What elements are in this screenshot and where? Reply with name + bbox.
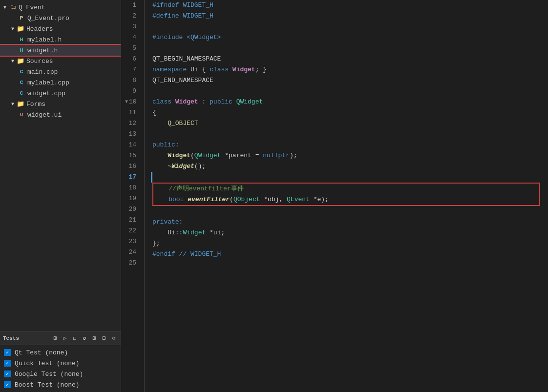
code-token: Widget xyxy=(175,97,198,107)
tree-item-widget-h[interactable]: H widget.h xyxy=(0,45,121,56)
test-label: Boost Test (none) xyxy=(15,381,80,389)
highlight-box: //声明eventfilter事件 bool eventFilter(QObje… xyxy=(152,183,540,206)
code-token: bool xyxy=(169,194,188,205)
code-token: Widget xyxy=(183,227,206,238)
code-line-12: Q_OBJECT xyxy=(152,118,540,129)
ui-file-icon: U xyxy=(18,111,25,119)
code-token: ( xyxy=(190,150,194,161)
ln-14: 14 xyxy=(125,140,140,150)
code-area: 1 2 3 4 5 6 7 8 9 ▼10 11 12 13 14 15 16 … xyxy=(121,0,548,392)
ln-6: 6 xyxy=(125,54,140,64)
code-token: QWidget xyxy=(236,97,263,107)
stop-icon[interactable]: ◻ xyxy=(71,334,79,342)
code-token: nullptr xyxy=(263,150,290,161)
folder-icon: 📁 xyxy=(17,57,24,65)
left-panel: ▼ 🗂 Q_Event P Q_Event.pro ▼ 📁 Headers H … xyxy=(0,0,121,392)
tree-item-root[interactable]: ▼ 🗂 Q_Event xyxy=(0,2,121,13)
code-token: *parent = xyxy=(221,150,263,161)
code-token: #define WIDGET_H xyxy=(152,11,213,21)
code-line-11: { xyxy=(152,107,540,118)
code-line-19: bool eventFilter(QObject *obj, QEvent *e… xyxy=(153,194,539,205)
ln-4: 4 xyxy=(125,32,140,43)
tree-item-forms-folder[interactable]: ▼ 📁 Forms xyxy=(0,99,121,109)
code-token: public xyxy=(210,97,236,107)
tree-item-mylabel-cpp[interactable]: C mylabel.cpp xyxy=(0,77,121,88)
reset-icon[interactable]: ↺ xyxy=(81,334,88,342)
pro-icon: P xyxy=(18,14,25,22)
tree-item-pro[interactable]: P Q_Event.pro xyxy=(0,13,121,23)
ln-3: 3 xyxy=(125,21,140,32)
ln-24: 24 xyxy=(125,247,140,258)
code-token: { xyxy=(152,107,156,118)
code-token: : xyxy=(198,97,210,107)
code-token: QT_BEGIN_NAMESPACE xyxy=(152,54,221,64)
code-token: Widget xyxy=(232,64,255,75)
code-token: *e); xyxy=(310,194,329,205)
test-item-google[interactable]: Google Test (none) xyxy=(0,369,121,379)
tree-label: widget.ui xyxy=(27,111,62,119)
code-token: : xyxy=(179,217,183,227)
ln-13: 13 xyxy=(125,129,140,140)
code-line-17 xyxy=(151,172,540,183)
code-token: Q_OBJECT xyxy=(168,118,198,129)
code-token: private xyxy=(152,217,179,227)
ln-17: 17 xyxy=(125,172,140,183)
ln-22: 22 xyxy=(125,226,140,236)
code-line-8: QT_END_NAMESPACE xyxy=(152,75,540,86)
test-item-quick[interactable]: Quick Test (none) xyxy=(0,358,121,369)
test-item-qt[interactable]: Qt Test (none) xyxy=(0,347,121,358)
code-token: ); xyxy=(290,150,297,161)
code-token: #include <QWidget> xyxy=(152,32,221,43)
code-token xyxy=(152,150,168,161)
h-file-icon: H xyxy=(18,36,25,43)
collapse-icon[interactable]: ⊟ xyxy=(100,334,108,342)
code-line-14: public: xyxy=(152,140,540,150)
cpp-file-icon: C xyxy=(18,79,25,86)
tree-item-sources-folder[interactable]: ▼ 📁 Sources xyxy=(0,56,121,66)
run-icon[interactable]: ▷ xyxy=(61,334,69,342)
code-line-23: }; xyxy=(152,238,540,249)
code-token xyxy=(152,118,168,129)
tree-item-widget-cpp[interactable]: C widget.cpp xyxy=(0,88,121,99)
project-icon: 🗂 xyxy=(9,3,17,11)
code-line-3 xyxy=(152,21,540,32)
code-token: }; xyxy=(152,238,160,249)
ln-12: 12 xyxy=(125,118,140,129)
code-token: (); xyxy=(194,161,206,172)
ln-18: 18 xyxy=(125,183,140,193)
code-panel: 1 2 3 4 5 6 7 8 9 ▼10 11 12 13 14 15 16 … xyxy=(121,0,548,392)
code-token: *obj, xyxy=(260,194,287,205)
code-line-5 xyxy=(152,43,540,54)
tree-label: mylabel.h xyxy=(27,36,62,43)
code-line-25 xyxy=(152,260,540,270)
code-token: { xyxy=(202,64,210,75)
expand-icon[interactable]: ⊞ xyxy=(90,334,98,342)
ln-25: 25 xyxy=(125,258,140,268)
settings-icon[interactable]: ⚙ xyxy=(110,334,118,342)
tree-label: Sources xyxy=(26,58,53,65)
tree-item-main-cpp[interactable]: C main.cpp xyxy=(0,66,121,77)
code-token xyxy=(153,194,169,205)
folder-icon: 📁 xyxy=(17,100,24,108)
code-token: ~ xyxy=(152,161,171,172)
code-line-10: class Widget : public QWidget xyxy=(152,97,540,107)
code-line-18: //声明eventfilter事件 xyxy=(153,184,539,194)
test-checkbox-quick[interactable] xyxy=(4,360,11,367)
test-checkbox-boost[interactable] xyxy=(4,381,11,388)
code-line-24: #endif // WIDGET_H xyxy=(152,249,540,260)
code-line-15: Widget(QWidget *parent = nullptr); xyxy=(152,150,540,161)
tree-label: mylabel.cpp xyxy=(27,79,69,86)
tree-label: Q_Event.pro xyxy=(27,15,69,22)
cpp-file-icon: C xyxy=(18,89,25,97)
code-line-13 xyxy=(152,129,540,140)
filter-icon[interactable]: ⊞ xyxy=(51,334,59,342)
test-checkbox-google[interactable] xyxy=(4,371,11,377)
ln-20: 20 xyxy=(125,204,140,215)
test-checkbox-qt[interactable] xyxy=(4,349,11,356)
tree-item-mylabel-h[interactable]: H mylabel.h xyxy=(0,34,121,45)
code-content[interactable]: #ifndef WIDGET_H #define WIDGET_H #inclu… xyxy=(145,0,548,392)
tree-item-headers-folder[interactable]: ▼ 📁 Headers xyxy=(0,23,121,34)
tree-item-widget-ui[interactable]: U widget.ui xyxy=(0,109,121,120)
test-item-boost[interactable]: Boost Test (none) xyxy=(0,379,121,390)
code-line-4: #include <QWidget> xyxy=(152,32,540,43)
